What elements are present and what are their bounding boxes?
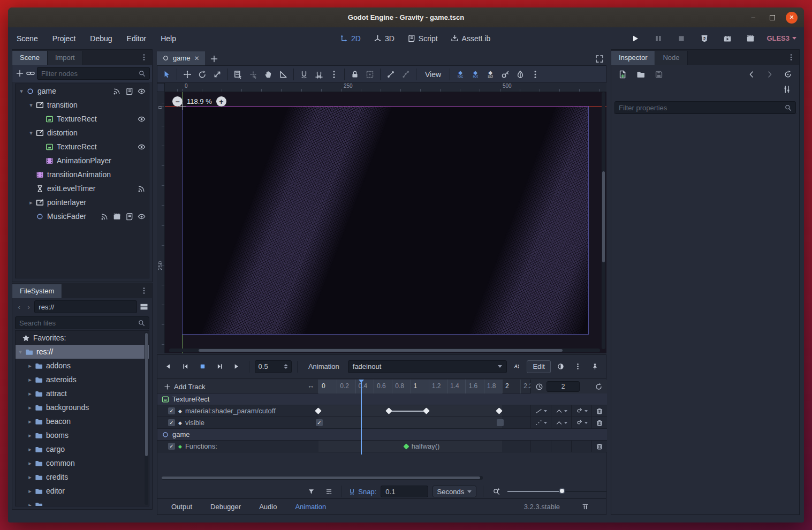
scene-tree-row-AnimationPlayer[interactable]: AnimationPlayer <box>16 154 149 168</box>
tab-debugger[interactable]: Debugger <box>210 503 241 511</box>
menu-debug[interactable]: Debug <box>90 34 112 43</box>
eye-badge-icon[interactable] <box>138 87 146 95</box>
scene-tab-game[interactable]: game ✕ <box>157 51 205 65</box>
track-wrap-loop-button[interactable] <box>571 405 591 417</box>
track-row-functions-[interactable]: ✓◆Functions:halfway() <box>157 441 607 452</box>
tab-import[interactable]: Import <box>48 51 83 65</box>
fs-scrollbar[interactable] <box>145 332 148 505</box>
onion-tool-button[interactable] <box>513 68 527 81</box>
new-resource-button[interactable] <box>616 68 629 81</box>
autoplay-toggle-button[interactable]: A <box>510 360 524 373</box>
fs-row-backgrounds[interactable]: ▸backgrounds <box>16 400 149 414</box>
expander-icon[interactable]: ▸ <box>26 376 34 383</box>
lock-tool-button[interactable] <box>348 68 362 81</box>
track-clamp-button[interactable] <box>551 405 571 417</box>
group-tool-button[interactable] <box>363 68 377 81</box>
canvas-hscrollbar[interactable] <box>169 349 600 352</box>
fs-row-addons[interactable]: ▸addons <box>16 359 149 373</box>
pan-tool-button[interactable] <box>261 68 275 81</box>
snap-step-input[interactable]: 0.1 <box>381 486 428 497</box>
animation-select[interactable]: fadeinout <box>348 360 507 373</box>
fs-row-root[interactable]: ▾res:// <box>16 345 149 359</box>
track-row-visible[interactable]: ✓◆visible✓ <box>157 417 607 429</box>
scene-tree-row-exitLevelTimer[interactable]: exitLevelTimer <box>16 181 149 195</box>
maximize-button[interactable] <box>767 12 778 24</box>
delete-track-button[interactable] <box>591 405 606 417</box>
menu-editor[interactable]: Editor <box>127 34 147 43</box>
dots-tool-button[interactable] <box>327 68 341 81</box>
anim-more-button[interactable] <box>571 360 585 373</box>
expander-icon[interactable]: ▸ <box>26 390 34 397</box>
inspector-menu-button[interactable] <box>783 51 799 65</box>
filter-properties-input[interactable] <box>619 104 781 112</box>
anim-key-scl-toggle[interactable]: ◆scl <box>483 71 497 78</box>
rotate-tool-button[interactable] <box>195 68 209 81</box>
close-button[interactable]: ✕ <box>786 12 798 24</box>
fs-path-input[interactable] <box>39 303 133 311</box>
fs-back-button[interactable]: ‹ <box>15 303 23 311</box>
track-group-texturerect[interactable]: TextureRect <box>157 393 607 405</box>
delete-track-button[interactable] <box>591 441 606 452</box>
fs-row-credits[interactable]: ▸credits <box>16 470 149 484</box>
fs-row-clipped[interactable]: ▸ <box>16 498 149 506</box>
pause-button[interactable] <box>651 32 665 45</box>
track-row-material-shader-param-cutoff[interactable]: ✓◆material:shader_param/cutoff <box>157 405 607 417</box>
expander-icon[interactable]: ▾ <box>27 102 35 109</box>
track-enabled-checkbox[interactable]: ✓ <box>168 443 175 450</box>
signal-badge-icon[interactable] <box>138 185 146 193</box>
filesystem-menu-button[interactable] <box>136 285 152 298</box>
workspace-assetlib[interactable]: AssetLib <box>451 34 491 43</box>
scene-dock-menu-button[interactable] <box>136 51 152 65</box>
stop-button[interactable] <box>674 32 688 45</box>
skeleton-tool-button[interactable] <box>399 68 413 81</box>
canvas-vscrollbar[interactable] <box>602 92 605 349</box>
anim-play-start-button[interactable] <box>179 360 193 373</box>
track-enabled-checkbox[interactable]: ✓ <box>168 407 175 414</box>
script-badge-icon[interactable] <box>125 213 133 221</box>
key-tool-button[interactable] <box>498 68 512 81</box>
timeline-zoom-slider[interactable] <box>507 490 607 493</box>
select-tool-button[interactable] <box>160 68 173 81</box>
tab-inspector[interactable]: Inspector <box>611 51 655 65</box>
scene-tree-row-pointerlayer[interactable]: ▸pointerlayer <box>16 195 149 209</box>
zoom-level[interactable]: 118.9 % <box>187 97 212 105</box>
zoom-in-button[interactable]: + <box>216 96 226 107</box>
object-history-button[interactable] <box>781 68 795 81</box>
edit-track-list-button[interactable] <box>322 485 336 498</box>
tab-audio[interactable]: Audio <box>259 503 277 511</box>
fs-row-attract[interactable]: ▸attract <box>16 387 149 400</box>
scene-tree-row-TextureRect[interactable]: TextureRect <box>16 140 149 154</box>
play-html5-button[interactable]: 5 <box>697 32 711 45</box>
fs-row-beacon[interactable]: ▸beacon <box>16 414 149 428</box>
canvas-2d[interactable]: − 118.9 % + <box>165 92 606 353</box>
workspace-3d[interactable]: 3D <box>374 34 394 43</box>
save-resource-button[interactable] <box>652 68 666 81</box>
anim-key-rot-toggle[interactable]: ◆rot <box>468 71 482 78</box>
snap-tool-button[interactable] <box>297 68 311 81</box>
expander-icon[interactable]: ▸ <box>26 362 34 369</box>
pos-select-tool-button[interactable] <box>246 68 260 81</box>
timeline-header[interactable]: Add Track ↔ 00.20.40.60.811.21.41.61.822… <box>157 380 607 393</box>
expander-icon[interactable]: ▸ <box>26 446 34 453</box>
instance-scene-button[interactable] <box>26 67 35 80</box>
expander-icon[interactable]: ▸ <box>26 460 34 467</box>
load-resource-button[interactable] <box>634 68 648 81</box>
script-badge-icon[interactable] <box>125 87 133 95</box>
snap-unit-select[interactable]: Seconds <box>432 486 477 497</box>
scene-tree-row-MusicFader[interactable]: MusicFader <box>16 209 149 223</box>
anim-speed-spinner[interactable]: 0.5 <box>255 360 292 373</box>
track-clamp-button[interactable] <box>551 417 571 428</box>
close-tab-icon[interactable]: ✕ <box>194 55 200 62</box>
eye-badge-icon[interactable] <box>138 115 146 123</box>
eye-badge-icon[interactable] <box>138 213 146 221</box>
fs-row-editor[interactable]: ▸editor <box>16 484 149 498</box>
snap-toggle[interactable]: Snap: <box>348 488 376 496</box>
track-discrete-button[interactable] <box>530 417 551 428</box>
menu-scene[interactable]: Scene <box>17 34 38 43</box>
fs-row-cargo[interactable]: ▸cargo <box>16 442 149 456</box>
signal-badge-icon[interactable] <box>113 87 121 95</box>
timeline-playhead[interactable] <box>361 380 362 455</box>
timeline-hscrollbar[interactable] <box>162 476 483 480</box>
anim-stop-button[interactable] <box>195 360 209 373</box>
fs-row-booms[interactable]: ▸booms <box>16 428 149 442</box>
